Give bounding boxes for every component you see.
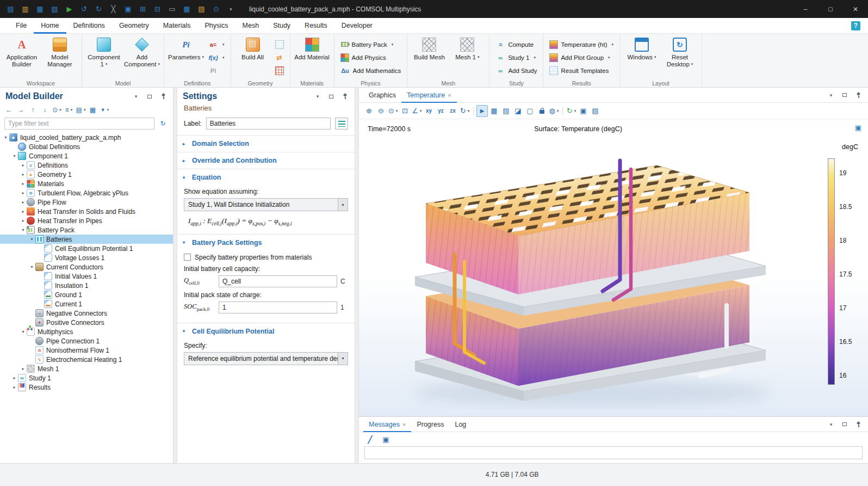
expander-icon[interactable] <box>20 163 27 168</box>
float-icon[interactable] <box>327 92 336 101</box>
tree-item-pipe-flow[interactable]: Pipe Flow <box>0 198 173 207</box>
orbit-icon[interactable] <box>460 107 466 115</box>
menu-physics[interactable]: Physics <box>197 18 235 34</box>
new-file-icon[interactable] <box>3 2 18 16</box>
tree-options-icon[interactable] <box>65 106 69 114</box>
tab-messages[interactable]: Messages <box>363 417 411 432</box>
tree-item-geometry-1[interactable]: Geometry 1 <box>0 170 173 179</box>
clip-view-icon[interactable] <box>512 105 524 117</box>
run-icon[interactable] <box>62 2 77 16</box>
default-view-icon[interactable] <box>412 107 418 115</box>
view-zx-icon[interactable]: zx <box>447 105 458 117</box>
label-input[interactable] <box>206 118 331 130</box>
menu-file[interactable]: File <box>9 18 34 34</box>
tree-item-positive-connectors[interactable]: Positive Connectors <box>0 318 173 327</box>
expander-icon[interactable] <box>20 227 27 232</box>
tree-item-ground[interactable]: Ground 1 <box>0 290 173 299</box>
tree-item-battery-pack[interactable]: Battery Pack <box>0 225 173 235</box>
add-plot-group-button[interactable]: Add Plot Group <box>547 52 616 64</box>
tree-item-study-1[interactable]: Study 1 <box>0 373 173 383</box>
build-all-button[interactable]: Build All <box>234 36 271 79</box>
image-export-icon[interactable] <box>488 105 500 117</box>
clear-messages-icon[interactable] <box>364 433 376 445</box>
functions-button[interactable]: f(x) <box>206 52 227 64</box>
menu-home[interactable]: Home <box>34 18 66 34</box>
tree-item-current-conductors[interactable]: Current Conductors <box>0 262 173 272</box>
float-icon[interactable] <box>145 92 154 101</box>
tree-item-materials[interactable]: Materials <box>0 179 173 188</box>
filter-icon[interactable] <box>101 107 106 113</box>
expander-icon[interactable] <box>20 190 27 195</box>
columns-icon[interactable] <box>87 104 98 115</box>
chevron-down-icon[interactable]: ▾ <box>313 92 322 101</box>
section-override-contribution[interactable]: Override and Contribution <box>177 152 355 169</box>
move-down-icon[interactable] <box>39 104 51 115</box>
tree-item-cell-equilibrium-potential[interactable]: Cell Equilibrium Potential 1 <box>0 244 173 253</box>
copy-icon[interactable] <box>121 2 135 16</box>
tab-temperature[interactable]: Temperature <box>401 88 457 103</box>
tree-item-root[interactable]: liquid_cooled_battery_pack_a.mph <box>0 133 173 142</box>
build-mesh-button[interactable]: Build Mesh <box>411 36 448 79</box>
float-icon[interactable] <box>840 91 849 100</box>
tree-item-negative-connectors[interactable]: Negative Connectors <box>0 309 173 318</box>
tree-item-initial-values[interactable]: Initial Values 1 <box>0 272 173 281</box>
study-1-button[interactable]: ∞ Study 1 <box>493 52 540 64</box>
refresh-icon[interactable] <box>157 118 169 129</box>
menu-developer[interactable]: Developer <box>334 18 380 34</box>
float-icon[interactable] <box>840 420 849 429</box>
tree-item-pipe-connection[interactable]: Pipe Connection 1 <box>0 336 173 346</box>
tree-item-current[interactable]: Current 1 <box>0 299 173 309</box>
chevron-down-icon[interactable]: ▾ <box>827 420 835 429</box>
application-builder-button[interactable]: Application Builder <box>3 36 40 79</box>
preview-icon[interactable] <box>209 2 224 16</box>
zoom-out-icon[interactable] <box>375 105 387 117</box>
expander-icon[interactable] <box>20 329 27 334</box>
view-yz-icon[interactable]: yz <box>435 105 447 117</box>
tree-item-batteries[interactable]: Batteries <box>0 235 173 244</box>
report-icon[interactable] <box>194 2 209 16</box>
add-mathematics-button[interactable]: Δu Add Mathematics <box>338 65 404 77</box>
model-data-icon[interactable] <box>179 2 194 16</box>
update-plot-icon[interactable] <box>567 107 573 115</box>
tree-item-electrochemical-heating[interactable]: Electrochemical Heating 1 <box>0 355 173 364</box>
splitter[interactable] <box>355 88 359 463</box>
customize-toolbar-icon[interactable] <box>224 2 238 16</box>
delete-icon[interactable] <box>165 2 179 16</box>
tree-item-multiphysics[interactable]: Multiphysics <box>0 327 173 336</box>
undo-icon[interactable] <box>77 2 91 16</box>
tree-item-insulation[interactable]: Insulation 1 <box>0 281 173 290</box>
expander-icon[interactable] <box>28 264 35 269</box>
tree-item-heat-transfer-solids[interactable]: Heat Transfer in Solids and Fluids <box>0 207 173 216</box>
zoom-in-icon[interactable] <box>363 105 375 117</box>
paste-icon[interactable] <box>135 2 150 16</box>
tree-item-voltage-losses[interactable]: Voltage Losses 1 <box>0 253 173 262</box>
filter-input[interactable] <box>4 118 154 130</box>
close-tab-icon[interactable] <box>448 92 451 99</box>
expander-icon[interactable] <box>11 153 18 158</box>
expander-icon[interactable] <box>20 200 27 205</box>
print-icon[interactable] <box>590 105 601 117</box>
section-cell-equilibrium-potential[interactable]: Cell Equilibrium Potential <box>177 323 355 340</box>
section-domain-selection[interactable]: Domain Selection <box>177 135 355 152</box>
expander-icon[interactable] <box>20 181 27 186</box>
duplicate-icon[interactable] <box>150 2 165 16</box>
pin-icon[interactable] <box>854 420 863 429</box>
open-icon[interactable] <box>18 2 33 16</box>
expander-icon[interactable] <box>11 376 18 380</box>
save-icon[interactable] <box>33 2 47 16</box>
redo-icon[interactable] <box>91 2 106 16</box>
lock-axes-button[interactable] <box>536 105 548 117</box>
add-physics-button[interactable]: Add Physics <box>338 52 404 64</box>
plot-settings-icon[interactable] <box>855 124 861 132</box>
menu-materials[interactable]: Materials <box>156 18 198 34</box>
battery-pack-button[interactable]: Battery Pack <box>338 39 404 51</box>
parameter-case-button[interactable]: Pi <box>206 65 227 77</box>
tree-item-mesh-1[interactable]: Mesh 1 <box>0 364 173 373</box>
rename-button[interactable] <box>335 118 348 130</box>
graphics-canvas[interactable]: Time=72000 s Surface: Temperature (degC) <box>359 119 868 416</box>
table-export-icon[interactable] <box>500 105 512 117</box>
parameters-button[interactable]: Parameters <box>168 36 204 79</box>
add-material-button[interactable]: Add Material <box>294 36 331 79</box>
pin-icon[interactable] <box>854 91 863 100</box>
result-templates-button[interactable]: Result Templates <box>547 65 616 77</box>
